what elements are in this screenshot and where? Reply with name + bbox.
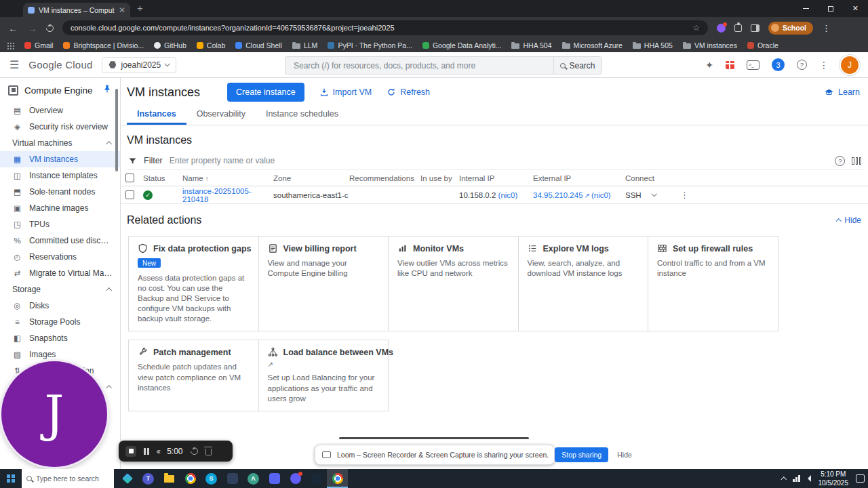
bookmark-google-data-analytics[interactable]: Google Data Analyti... — [422, 41, 502, 49]
nav-menu-icon[interactable]: ☰ — [9, 58, 19, 71]
select-all-checkbox[interactable] — [125, 174, 134, 182]
sidebar-item-tpus[interactable]: ◳TPUs — [0, 216, 120, 232]
taskbar-app-dark-icon[interactable] — [222, 469, 243, 488]
card-fix-data-protection-gaps[interactable]: Fix data protection gaps New Assess data… — [128, 236, 259, 331]
taskbar-search[interactable] — [22, 469, 114, 488]
sidebar-item-instance-templates[interactable]: ◫Instance templates — [0, 167, 120, 184]
taskbar-search-input[interactable] — [36, 474, 109, 483]
card-monitor-vms[interactable]: Monitor VMs View outlier VMs across metr… — [388, 236, 519, 331]
bookmark-folder-vm-instances[interactable]: VM instances — [683, 41, 737, 49]
card-view-billing-report[interactable]: View billing report View and manage your… — [258, 236, 389, 331]
external-ip-link[interactable]: 34.95.210.245 — [533, 191, 583, 199]
card-load-balance[interactable]: Load balance between VMs ↗ Set up Load B… — [258, 340, 389, 411]
taskbar-steam-icon[interactable] — [306, 469, 327, 488]
tab-close-icon[interactable]: ✕ — [119, 6, 125, 14]
bookmark-github[interactable]: GitHub — [154, 41, 186, 49]
column-settings-icon[interactable] — [852, 157, 861, 165]
sidebar-item-disks[interactable]: ◎Disks — [0, 298, 120, 314]
internal-nic-link[interactable]: (nic0) — [498, 191, 518, 199]
stop-sharing-button[interactable]: Stop sharing — [555, 447, 608, 462]
gcp-search-input[interactable] — [285, 56, 553, 75]
sidebar-item-security-risk-overview[interactable]: ◈Security risk overview — [0, 119, 120, 135]
col-connect[interactable]: Connect — [625, 174, 680, 182]
card-explore-vm-logs[interactable]: Explore VM logs View, search, analyze, a… — [518, 236, 649, 331]
sidebar-section-storage[interactable]: Storage — [0, 281, 120, 298]
restart-recording-icon[interactable] — [189, 446, 199, 457]
project-selector[interactable]: joeahi2025 — [102, 57, 176, 73]
sidebar-item-overview[interactable]: ▤Overview — [0, 102, 120, 119]
apps-grid-icon[interactable] — [7, 42, 14, 49]
taskbar-skype-icon[interactable]: S — [201, 469, 222, 488]
sidebar-item-committed-use-discounts[interactable]: %Committed use discou... — [0, 232, 120, 249]
rewind-icon[interactable]: ‹‹ — [157, 447, 160, 455]
bookmark-pypi[interactable]: PyPI · The Python Pa... — [328, 41, 412, 49]
sidebar-scrollbar[interactable] — [115, 89, 118, 171]
pin-icon[interactable] — [102, 84, 112, 96]
side-panel-icon[interactable] — [751, 24, 760, 32]
gcp-search-button[interactable]: Search — [553, 56, 602, 75]
bookmark-gmail[interactable]: Gmail — [24, 41, 53, 49]
bookmark-cloud-shell[interactable]: Cloud Shell — [235, 41, 282, 49]
delete-recording-icon[interactable] — [205, 449, 212, 455]
omnibox[interactable]: console.cloud.google.com/compute/instanc… — [62, 20, 708, 35]
card-set-up-firewall-rules[interactable]: Set up firewall rules Control traffic to… — [648, 236, 778, 331]
col-zone[interactable]: Zone — [273, 174, 349, 182]
tab-instances[interactable]: Instances — [127, 104, 186, 125]
extensions-puzzle-icon[interactable] — [734, 24, 742, 32]
tab-instance-schedules[interactable]: Instance schedules — [256, 104, 349, 125]
bookmark-folder-hha505[interactable]: HHA 505 — [633, 41, 673, 49]
sidebar-item-storage-pools[interactable]: ≡Storage Pools — [0, 314, 120, 330]
url-text[interactable]: console.cloud.google.com/compute/instanc… — [71, 24, 687, 32]
loom-camera-bubble[interactable]: J — [1, 361, 107, 467]
sidebar-item-vm-instances[interactable]: ▦VM instances — [0, 151, 120, 167]
action-center-icon[interactable] — [856, 474, 865, 483]
taskbar-loom-icon[interactable] — [285, 469, 306, 488]
gemini-sparkle-icon[interactable]: ✦ — [705, 60, 713, 70]
col-status[interactable]: Status — [143, 174, 182, 182]
row-actions-icon[interactable]: ⋮ — [680, 190, 868, 200]
bookmark-folder-azure[interactable]: Microsoft Azure — [562, 41, 623, 49]
tray-expand-icon[interactable] — [781, 477, 786, 483]
taskbar-chrome-active-icon[interactable] — [327, 469, 348, 488]
card-patch-management[interactable]: Patch management Schedule patch updates … — [128, 340, 259, 411]
loom-extension-icon[interactable] — [717, 24, 726, 33]
volume-icon[interactable] — [808, 475, 811, 482]
taskbar-chrome-icon[interactable] — [180, 469, 201, 488]
taskbar-widgets-icon[interactable] — [117, 469, 138, 488]
external-nic-link[interactable]: (nic0) — [591, 191, 611, 199]
tab-observability[interactable]: Observability — [186, 104, 256, 125]
taskbar-discord-icon[interactable] — [264, 469, 285, 488]
browser-menu-icon[interactable]: ⋮ — [822, 23, 831, 33]
hide-banner-button[interactable]: Hide — [614, 451, 635, 459]
sidebar-item-snapshots[interactable]: ◧Snapshots — [0, 330, 120, 346]
sidebar-item-images[interactable]: ▨Images — [0, 346, 120, 363]
more-options-icon[interactable]: ⋮ — [819, 60, 829, 70]
help-icon[interactable]: ? — [797, 60, 807, 70]
reload-icon[interactable] — [45, 22, 56, 33]
forward-icon[interactable]: → — [27, 22, 37, 34]
bookmark-oracle[interactable]: Oracle — [747, 41, 778, 49]
col-name[interactable]: Name↑ — [182, 174, 273, 182]
account-avatar[interactable]: J — [841, 56, 859, 74]
pause-icon[interactable] — [144, 448, 149, 455]
gcp-logo[interactable]: Google Cloud — [28, 59, 92, 70]
bookmark-folder-hha504[interactable]: HHA 504 — [511, 41, 551, 49]
stop-recording-button[interactable] — [125, 446, 136, 457]
learn-link[interactable]: Learn — [824, 87, 860, 98]
window-minimize-icon[interactable] — [803, 8, 809, 9]
start-button[interactable] — [0, 469, 22, 488]
taskbar-anaconda-icon[interactable]: A — [243, 469, 264, 488]
hide-related-link[interactable]: Hide — [837, 216, 861, 225]
notifications-badge[interactable]: 3 — [772, 58, 785, 71]
new-tab-button[interactable]: + — [137, 2, 143, 14]
create-instance-button[interactable]: Create instance — [227, 83, 304, 102]
browser-profile-chip[interactable]: School — [768, 22, 813, 35]
sidebar-section-virtual-machines[interactable]: Virtual machines — [0, 135, 120, 151]
back-icon[interactable]: ← — [8, 22, 18, 34]
filter-input[interactable] — [170, 156, 829, 165]
col-external-ip[interactable]: External IP — [533, 174, 625, 182]
taskbar-file-explorer-icon[interactable] — [159, 469, 180, 488]
network-icon[interactable] — [793, 475, 800, 482]
bookmark-folder-llm[interactable]: LLM — [292, 41, 317, 49]
instance-name-link[interactable]: instance-20251005-210418 — [182, 187, 273, 203]
